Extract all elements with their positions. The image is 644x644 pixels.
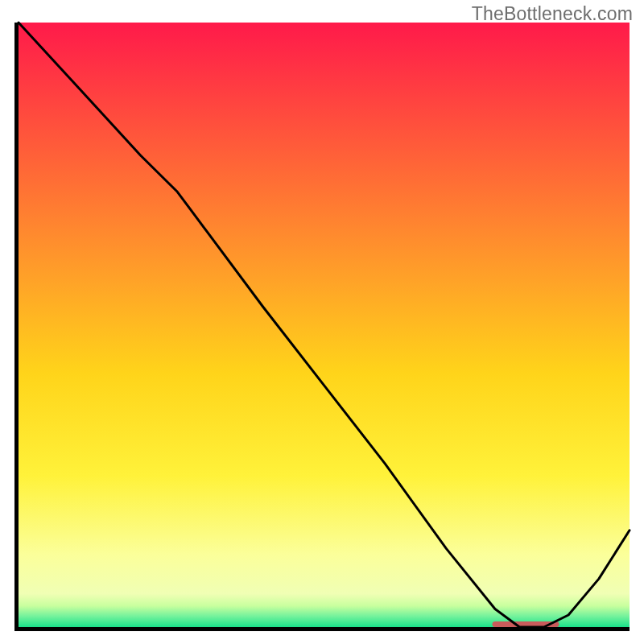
chart-stage: TheBottleneck.com — [0, 0, 644, 644]
watermark-text: TheBottleneck.com — [472, 3, 633, 25]
axes-frame — [14, 23, 630, 631]
